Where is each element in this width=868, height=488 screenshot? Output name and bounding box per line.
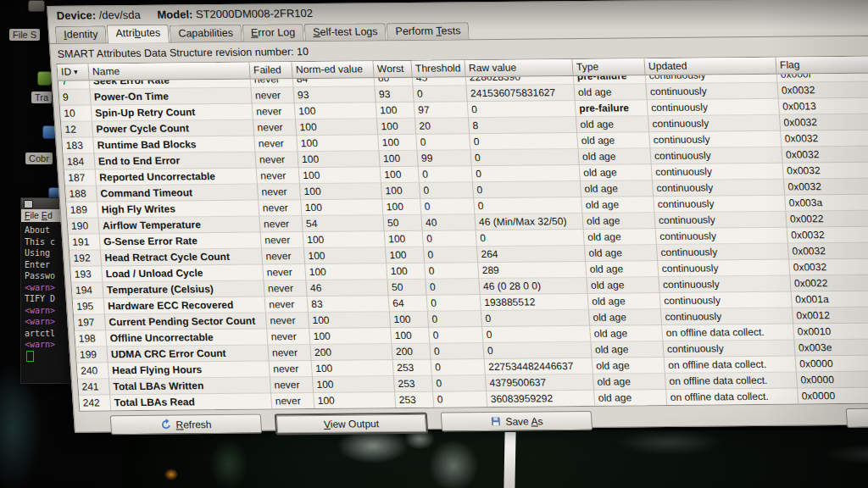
tab-perform-tests[interactable]: Perform Tests [387,22,470,40]
tab-capabilities[interactable]: Capabilities [170,25,242,42]
cell-flag: 0x0032 [780,114,868,130]
refresh-button[interactable]: Refresh [110,414,262,435]
save-as-button[interactable]: Save As [441,411,593,432]
cell-id: 184 [63,153,95,169]
cell-worst: 100 [376,103,415,119]
column-header-threshold[interactable]: Threshold [412,60,466,78]
cell-updated: on offline data collect. [665,373,798,390]
cell-worst: 100 [377,119,416,135]
view-output-button[interactable]: View Output [275,413,429,435]
cell-id: 9 [58,90,91,106]
cell-worst: 253 [393,360,432,376]
cell-name: Total LBAs Written [109,377,271,395]
cell-updated: on offline data collect. [662,324,794,341]
desktop-icon-label-cobr[interactable]: Cobr [25,152,53,164]
cell-raw-value: 0 [468,101,576,118]
cell-raw-value: 0 [483,342,592,359]
cell-failed: never [257,168,300,184]
cell-type: old age [594,390,667,407]
cell-worst: 64 [389,296,428,312]
cell-type: old age [584,229,657,246]
cell-worst: 100 [387,263,426,280]
cell-flag: 0x003a [785,194,868,211]
cell-failed: never [267,329,310,345]
cell-raw-value: 193885512 [481,294,589,311]
cell-raw-value: 4379500637 [486,374,594,391]
cell-threshold: 0 [420,198,475,215]
cell-worst: 200 [392,344,431,360]
column-header-type[interactable]: Type [572,58,645,76]
cell-threshold: 0 [429,327,483,344]
cell-normed-value: 100 [305,263,387,280]
tab-error-log[interactable]: Error Log [242,24,303,42]
cell-flag: 0x0000 [797,371,868,388]
cell-type: old age [593,374,666,391]
table-body[interactable]: 7Seek Error Ratenever846045228628390pre-… [58,73,868,410]
column-header-updated[interactable]: Updated [644,58,776,75]
cell-id: 199 [75,347,108,363]
column-header-name[interactable]: Name [89,63,251,81]
desktop-icon-label-files[interactable]: File S [9,29,40,41]
cell-normed-value: 100 [314,392,396,409]
cell-worst: 100 [386,247,425,263]
cell-raw-value: 0 [472,165,581,182]
cell-updated: continuously [652,164,784,180]
tab-identity[interactable]: Identity [55,25,108,43]
cell-worst: 253 [394,376,433,392]
cell-id: 241 [78,379,110,395]
cell-worst: 100 [378,135,417,151]
column-header-worst[interactable]: Worst [374,61,413,78]
column-header-flag[interactable]: Flag [776,56,868,74]
cell-type: old age [582,213,655,230]
cell-failed: never [253,119,297,136]
cell-name: UDMA CRC Error Count [107,346,269,363]
desktop-icon-green[interactable] [37,71,52,86]
cell-raw-value: 0 [470,149,579,166]
cell-flag: 0x0010 [793,323,868,340]
cell-flag: 0x0032 [783,162,868,179]
cell-type: old age [581,180,654,197]
cell-id: 189 [66,202,98,218]
cell-updated: continuously [661,308,793,325]
cell-flag: 0x001a [792,291,868,308]
cell-threshold: 99 [417,150,471,167]
cell-raw-value: 36083959292 [487,391,595,408]
cell-raw-value: 8 [469,117,577,134]
tab-self-test-logs[interactable]: Self-test Logs [303,23,387,41]
cell-id: 193 [70,266,103,282]
cell-failed: never [266,313,309,329]
cell-updated: continuously [650,147,782,164]
cell-updated: continuously [649,131,782,148]
column-header-raw-value[interactable]: Raw value [465,59,573,77]
cell-normed-value: 100 [300,183,382,200]
cell-id: 187 [64,169,97,186]
cell-flag: 0x003e [794,339,868,356]
desktop-icon-label-tra[interactable]: Tra [31,92,52,103]
cell-name: Head Retract Cycle Count [101,249,263,267]
cell-failed: never [261,232,304,248]
cell-id: 195 [73,298,105,314]
terminal-icon [24,200,33,208]
cell-normed-value: 100 [309,312,391,329]
cell-raw-value: 0 [482,326,591,343]
cell-threshold: 0 [432,375,487,392]
tab-attributes[interactable]: Attributes [107,25,170,44]
column-header-id[interactable]: ID▾ [58,64,90,81]
column-header-failed[interactable]: Failed [250,62,293,79]
cell-failed: never [271,393,314,409]
cell-failed: never [268,345,311,361]
cell-failed: never [265,297,309,313]
cell-worst: 100 [381,183,420,199]
cell-raw-value: 227534482446637 [485,358,593,375]
cell-failed: never [253,103,296,119]
cell-type: old age [588,293,661,310]
desktop-icon-top[interactable] [28,0,45,12]
partial-button[interactable] [846,408,868,428]
desktop-wallpaper-water [127,430,868,488]
cell-raw-value: 264 [477,246,586,263]
cell-flag: 0x0032 [789,258,868,275]
column-header-normed-value[interactable]: Norm-ed value [292,61,375,79]
cell-name: G-Sense Error Rate [100,233,262,251]
cell-worst: 50 [383,215,422,231]
cell-name: Reported Uncorrectable [96,169,258,186]
